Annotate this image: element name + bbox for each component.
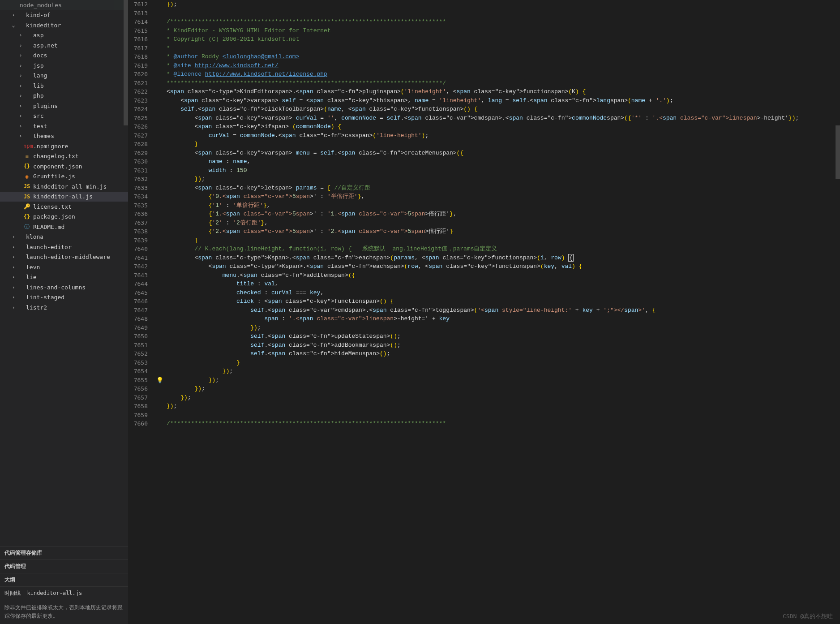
file-license.txt[interactable]: 🔑license.txt bbox=[0, 202, 128, 212]
file-README.md[interactable]: ⓘREADME.md bbox=[0, 222, 128, 232]
code-line[interactable]: }); bbox=[167, 175, 840, 184]
code-line[interactable]: ****************************************… bbox=[167, 79, 840, 88]
code-line[interactable]: ] bbox=[167, 236, 840, 245]
code-line[interactable] bbox=[167, 9, 840, 18]
code-line[interactable]: curVal = commonNode.<span class="c-fn">c… bbox=[167, 131, 840, 140]
folder-test[interactable]: ›test bbox=[0, 121, 128, 131]
code-line[interactable]: }); bbox=[167, 323, 840, 332]
code-line[interactable]: * KindEditor - WYSIWYG HTML Editor for I… bbox=[167, 26, 840, 35]
file-kindeditor-all-min.js[interactable]: JSkindeditor-all-min.js bbox=[0, 181, 128, 192]
code-line[interactable]: <span class="c-type">Kspan>.<span class=… bbox=[167, 262, 840, 271]
section-timeline[interactable]: 时间线 kindeditor-all.js bbox=[0, 586, 128, 600]
folder-lie[interactable]: ›lie bbox=[0, 272, 128, 283]
code-line[interactable]: }); bbox=[167, 0, 840, 9]
code-line[interactable]: {'1' : '单倍行距'}, bbox=[167, 201, 840, 210]
lightbulb-icon[interactable]: 💡 bbox=[156, 377, 163, 383]
section-src-ctrl[interactable]: 代码管理 bbox=[0, 559, 128, 573]
file-Gruntfile.js[interactable]: ◉Gruntfile.js bbox=[0, 172, 128, 182]
folder-jsp[interactable]: ›jsp bbox=[0, 60, 128, 71]
code-line[interactable]: {'1.<span class="c-var">5span>' : '1.<sp… bbox=[167, 210, 840, 219]
line-number: 7637 bbox=[128, 219, 148, 228]
code-line[interactable]: }); bbox=[167, 367, 840, 376]
code-line[interactable]: self.<span class="c-fn">updateStatespan>… bbox=[167, 332, 840, 341]
section-src-repo[interactable]: 代码管理存储库 bbox=[0, 546, 128, 559]
code-line[interactable]: click : <span class="c-key">functionspan… bbox=[167, 297, 840, 306]
chevron-icon: › bbox=[11, 274, 16, 280]
line-number: 7638 bbox=[128, 227, 148, 236]
scrollbar-thumb[interactable] bbox=[836, 125, 840, 179]
code-line[interactable]: <span class="c-key">varspan> self = <spa… bbox=[167, 96, 840, 105]
code-line[interactable]: } bbox=[167, 140, 840, 149]
code-line[interactable]: self.<span class="c-fn">clickToolbarspan… bbox=[167, 105, 840, 114]
code-line[interactable]: <span class="c-key">varspan> curVal = ''… bbox=[167, 114, 840, 123]
code-line[interactable]: * @licence http://www.kindsoft.net/licen… bbox=[167, 70, 840, 79]
folder-launch-editor-middleware[interactable]: ›launch-editor-middleware bbox=[0, 252, 128, 263]
file-icon: JS bbox=[23, 194, 30, 200]
folder-listr2[interactable]: ›listr2 bbox=[0, 302, 128, 313]
code-line[interactable]: * bbox=[167, 44, 840, 53]
folder-kindeditor[interactable]: ⌄kindeditor bbox=[0, 20, 128, 30]
folder-levn[interactable]: ›levn bbox=[0, 262, 128, 272]
folder-php[interactable]: ›php bbox=[0, 91, 128, 101]
folder-launch-editor[interactable]: ›launch-editor bbox=[0, 242, 128, 252]
code-line[interactable]: <span class="c-key">varspan> menu = self… bbox=[167, 149, 840, 158]
code-line[interactable]: checked : curVal === key, bbox=[167, 288, 840, 297]
folder-klona[interactable]: ›klona bbox=[0, 232, 128, 242]
code-line[interactable]: }); bbox=[167, 402, 840, 411]
code-line[interactable]: title : val, bbox=[167, 280, 840, 288]
file-changelog.txt[interactable]: ≡changelog.txt bbox=[0, 151, 128, 162]
folder-src[interactable]: ›src bbox=[0, 111, 128, 121]
code-line[interactable]: } bbox=[167, 358, 840, 367]
code-line[interactable]: /***************************************… bbox=[167, 17, 840, 26]
tree-item-label: lint-staged bbox=[26, 294, 64, 301]
folder-plugins[interactable]: ›plugins bbox=[0, 101, 128, 111]
code-line[interactable]: }); bbox=[167, 376, 840, 385]
tree-item-label: launch-editor bbox=[26, 244, 72, 250]
section-outline[interactable]: 大纲 bbox=[0, 573, 128, 586]
code-line[interactable]: // K.each(lang.lineHeight, function(i, r… bbox=[167, 245, 840, 254]
file-node_modules[interactable]: node_modules bbox=[0, 0, 128, 10]
code-line[interactable]: /***************************************… bbox=[167, 419, 840, 428]
code-line[interactable]: span : '.<span class="c-var">linespan>-h… bbox=[167, 314, 840, 323]
file-package.json[interactable]: {}package.json bbox=[0, 212, 128, 222]
code-line[interactable]: <span class="c-key">letspan> params = [ … bbox=[167, 184, 840, 193]
code-line[interactable]: menu.<span class="c-fn">addItemspan>({ bbox=[167, 271, 840, 280]
file-tree[interactable]: node_modules›kind-of⌄kindeditor›asp›asp.… bbox=[0, 0, 128, 546]
code-editor[interactable]: 7612761376147615761676177618761976207621… bbox=[128, 0, 840, 624]
sidebar-scrollbar[interactable] bbox=[124, 0, 128, 125]
folder-lint-staged[interactable]: ›lint-staged bbox=[0, 293, 128, 303]
chevron-icon: › bbox=[18, 123, 23, 129]
folder-docs[interactable]: ›docs bbox=[0, 51, 128, 61]
editor-scrollbar[interactable] bbox=[834, 0, 840, 624]
code-line[interactable]: {'2' : '2倍行距'}, bbox=[167, 219, 840, 228]
file-.npmignore[interactable]: npm.npmignore bbox=[0, 141, 128, 151]
file-kindeditor-all.js[interactable]: JSkindeditor-all.js bbox=[0, 192, 128, 202]
line-number: 7647 bbox=[128, 306, 148, 315]
code-line[interactable]: self.<span class="c-fn">hideMenuspan>(); bbox=[167, 349, 840, 358]
code-line[interactable]: * Copyright (C) 2006-2011 kindsoft.net bbox=[167, 35, 840, 44]
code-line[interactable] bbox=[167, 411, 840, 420]
folder-asp.net[interactable]: ›asp.net bbox=[0, 40, 128, 51]
code-line[interactable]: width : 150 bbox=[167, 166, 840, 175]
code-content[interactable]: }); /***********************************… bbox=[165, 0, 840, 624]
code-line[interactable]: self.<span class="c-var">cmdspan>.<span … bbox=[167, 306, 840, 315]
tree-item-label: lie bbox=[26, 274, 36, 280]
code-line[interactable]: <span class="c-key">ifspan> (commonNode)… bbox=[167, 122, 840, 131]
code-line[interactable]: name : name, bbox=[167, 157, 840, 166]
folder-asp[interactable]: ›asp bbox=[0, 30, 128, 41]
folder-kind-of[interactable]: ›kind-of bbox=[0, 10, 128, 21]
code-line[interactable]: <span class="c-type">KindEditorspan>.<sp… bbox=[167, 87, 840, 96]
folder-lines-and-columns[interactable]: ›lines-and-columns bbox=[0, 282, 128, 293]
code-line[interactable]: }); bbox=[167, 393, 840, 402]
folder-lib[interactable]: ›lib bbox=[0, 81, 128, 91]
file-component.json[interactable]: {}component.json bbox=[0, 161, 128, 172]
code-line[interactable]: * @author Roddy <luolonghao@gmail.com> bbox=[167, 52, 840, 61]
code-line[interactable]: * @site http://www.kindsoft.net/ bbox=[167, 61, 840, 70]
code-line[interactable]: self.<span class="c-fn">addBookmarkspan>… bbox=[167, 341, 840, 350]
folder-lang[interactable]: ›lang bbox=[0, 71, 128, 81]
code-line[interactable]: {'0.<span class="c-var">5span>' : '半倍行距'… bbox=[167, 192, 840, 201]
folder-themes[interactable]: ›themes bbox=[0, 131, 128, 142]
code-line[interactable]: {'2.<span class="c-var">5span>' : '2.<sp… bbox=[167, 227, 840, 236]
code-line[interactable]: }); bbox=[167, 384, 840, 393]
code-line[interactable]: <span class="c-type">Kspan>.<span class=… bbox=[167, 254, 840, 263]
